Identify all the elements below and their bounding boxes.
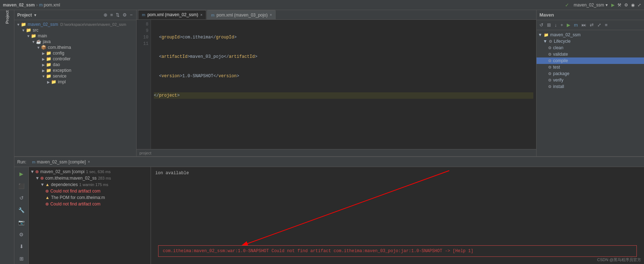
- run-item-error1[interactable]: ⊗ Could not find artifact com: [29, 188, 151, 194]
- tree-item-src[interactable]: ▼ 📁 src: [14, 27, 136, 33]
- close-panel-icon[interactable]: −: [129, 11, 133, 18]
- editor-tabs: m pom.xml (maven_02_ssm) × m pom.xml (ma…: [137, 10, 536, 20]
- maven-lifecycle-compile[interactable]: ⚙ compile: [537, 57, 644, 64]
- tab-pom-ssm[interactable]: m pom.xml (maven_02_ssm) ×: [138, 10, 206, 19]
- java-label: java: [43, 39, 51, 44]
- maven-root[interactable]: ▼ 📁 maven_02_ssm: [537, 32, 644, 38]
- expand-all-icon[interactable]: ⇅: [115, 11, 120, 18]
- run-rerun-btn[interactable]: ↺: [16, 193, 27, 204]
- maven-lifecycle-test[interactable]: ⚙ test: [537, 64, 644, 70]
- tab-pojo-close[interactable]: ×: [270, 13, 272, 17]
- maven-lifecycle-arrow: ▼: [543, 39, 547, 44]
- tree-item-main[interactable]: ▼ 📁 main: [14, 33, 136, 39]
- tree-root[interactable]: ▼ 📁 maven_02_ssm D:\workspace\maven\mave…: [14, 22, 136, 27]
- tree-item-config[interactable]: ▶ 📁 config: [14, 50, 136, 56]
- tree-item-service[interactable]: ▼ 📁 service: [14, 73, 136, 79]
- tree-item-impl[interactable]: ▶ 📁 impl: [14, 79, 136, 85]
- root-error-icon: ⊗: [35, 169, 39, 174]
- deps-run-label: dependencies: [51, 182, 78, 187]
- maven-m-btn[interactable]: m: [572, 21, 579, 29]
- tab-pojo-label: pom.xml (maven_03_pojo): [217, 13, 268, 18]
- tree-item-controller[interactable]: ▶ 📁 controller: [14, 56, 136, 62]
- svc-icon: 📁: [46, 74, 51, 79]
- module-run-time: 283 ms: [98, 176, 111, 180]
- maven-lifecycle[interactable]: ▼ ⚙ Lifecycle: [537, 38, 644, 45]
- maven-refresh-btn[interactable]: ↺: [538, 21, 545, 29]
- project-panel-header: Project ▾ ⊕ ≡ ⇅ ⚙ −: [14, 10, 136, 20]
- maven-header: Maven: [537, 10, 644, 20]
- project-view-icon[interactable]: Project: [1, 11, 13, 23]
- build-icon[interactable]: ⚒: [617, 3, 621, 8]
- root-path: D:\workspace\maven\maven_02_ssm: [60, 22, 126, 27]
- install-label: install: [553, 84, 564, 89]
- run-item-warning1[interactable]: ▲ The POM for com.itheima:m: [29, 194, 151, 201]
- run-item-deps[interactable]: ▼ ▲ dependencies 1 warnin 175 ms: [29, 181, 151, 188]
- run-item-root[interactable]: ▼ ⊗ maven_02_ssm [compi 1 sec, 636 ms: [29, 168, 151, 175]
- expand-icon[interactable]: ⤢: [638, 3, 641, 8]
- bottom-tab-label: maven_02_ssm [compile]: [37, 159, 86, 165]
- code-content[interactable]: <groupId>com.itheima</groupId> <artifact…: [151, 20, 536, 149]
- run-snapshot-btn[interactable]: 📷: [16, 217, 27, 228]
- editor-statusbar: project: [137, 149, 536, 156]
- tab-pom-pojo[interactable]: m pom.xml (maven_03_pojo) ×: [207, 10, 276, 19]
- tree-item-exception[interactable]: ▶ 📁 exception: [14, 68, 136, 73]
- maven-lifecycle-install[interactable]: ⚙ install: [537, 83, 644, 90]
- maven-lifecycle-validate[interactable]: ⚙ validate: [537, 51, 644, 57]
- maven-lifecycle-label: Lifecycle: [554, 39, 571, 44]
- impl-label: impl: [58, 79, 66, 84]
- watermark: CSDN @黑马程序员官方: [597, 257, 641, 263]
- title-right-project: maven_02_ssm: [574, 3, 604, 8]
- impl-icon: 📁: [51, 79, 56, 84]
- run-stop-btn[interactable]: ⬛: [16, 181, 27, 191]
- bottom-tab-run[interactable]: m maven_02_ssm [compile] ×: [31, 157, 91, 167]
- bottom-tab-close[interactable]: ×: [88, 160, 90, 164]
- validate-label: validate: [553, 52, 568, 57]
- maven-expand-btn[interactable]: ⤢: [596, 21, 603, 29]
- maven-toggle-btn[interactable]: ⇄: [588, 21, 595, 29]
- project-panel-dropdown[interactable]: ▾: [34, 13, 36, 18]
- run-play-btn[interactable]: ▶: [16, 168, 27, 179]
- maven-run-btn[interactable]: ▶: [565, 21, 572, 29]
- run-layout-btn[interactable]: ⊞: [16, 253, 27, 264]
- java-icon: ☕: [36, 39, 41, 44]
- editor-area: m pom.xml (maven_02_ssm) × m pom.xml (ma…: [137, 10, 536, 156]
- err1-icon: ⊗: [45, 189, 49, 194]
- root-run-label: maven_02_ssm [compi: [40, 169, 84, 174]
- warn1-label: The POM for com.itheima:m: [51, 195, 105, 200]
- tab-ssm-close[interactable]: ×: [201, 13, 203, 17]
- test-label: test: [553, 65, 560, 70]
- maven-profiles-btn[interactable]: ⊞: [546, 21, 552, 29]
- run-item-module[interactable]: ▼ ⊗ com.itheima:maven_02_ss 283 ms: [29, 175, 151, 181]
- root-label: maven_02_ssm: [28, 22, 58, 27]
- dao-label: dao: [53, 62, 60, 67]
- settings-panel-icon[interactable]: ⚙: [122, 11, 128, 18]
- pkg-icon: 📦: [41, 45, 46, 50]
- run-icon[interactable]: ▶: [611, 3, 615, 8]
- run-import-btn[interactable]: ⬇: [16, 241, 27, 252]
- ctrl-icon: 📁: [46, 56, 51, 61]
- title-dropdown-icon[interactable]: ▾: [606, 3, 608, 8]
- run-item-error2[interactable]: ⊗ Could not find artifact com: [29, 201, 151, 207]
- maven-add-btn[interactable]: +: [559, 21, 565, 29]
- maven-toolbar: ↺ ⊞ ↓ + ▶ m ⏭ ⇄ ⤢ ≡: [537, 20, 644, 30]
- collapse-all-icon[interactable]: ≡: [110, 11, 114, 18]
- run-tools-btn[interactable]: 🔧: [16, 205, 27, 216]
- tree-item-package[interactable]: ▼ 📦 com.itheima: [14, 45, 136, 50]
- config-arrow: ▶: [41, 51, 46, 55]
- maven-download-btn[interactable]: ↓: [553, 21, 558, 29]
- tools-icon[interactable]: ⚙: [624, 3, 628, 8]
- maven-align-btn[interactable]: ≡: [603, 21, 609, 29]
- locate-icon[interactable]: ⊕: [103, 11, 108, 18]
- tree-item-java[interactable]: ▼ ☕ java: [14, 39, 136, 45]
- error-message: com.itheima:maven_02_ssm:war:1.0-SNAPSHO…: [163, 249, 473, 254]
- maven-lifecycle-package[interactable]: ⚙ package: [537, 70, 644, 77]
- pkg-label: com.itheima: [48, 45, 71, 50]
- ctrl-label: controller: [53, 56, 70, 61]
- tree-item-dao[interactable]: ▶ 📁 dao: [14, 62, 136, 68]
- maven-lifecycle-verify[interactable]: ⚙ verify: [537, 77, 644, 83]
- run-settings-btn[interactable]: ⚙: [16, 229, 27, 240]
- settings-icon[interactable]: ◉: [631, 3, 635, 8]
- maven-skip-btn[interactable]: ⏭: [580, 21, 588, 29]
- main-icon: 📁: [31, 33, 36, 38]
- maven-lifecycle-clean[interactable]: ⚙ clean: [537, 45, 644, 51]
